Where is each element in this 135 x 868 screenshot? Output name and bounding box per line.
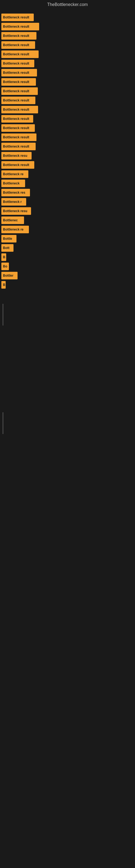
bar-label: Bottleneck res	[3, 191, 26, 194]
bottleneck-bar: Bottleneck result	[1, 133, 37, 141]
bar-row: B	[0, 253, 135, 261]
bar-row: Bottleneck re	[0, 226, 135, 233]
bar-label: Bottleneck r	[3, 200, 21, 204]
bottleneck-bar: Bottle	[1, 235, 16, 243]
bar-row: Bottleneck result	[0, 161, 135, 169]
bar-row: Bottleneck result	[0, 51, 135, 58]
bottleneck-bar: Bottleneck re	[1, 170, 28, 178]
bar-row: Bottleneck result	[0, 115, 135, 123]
bar-row: Bottleneck result	[0, 23, 135, 30]
site-title: TheBottlenecker.com	[0, 0, 135, 9]
bottleneck-bar: Bottleneck result	[1, 87, 38, 95]
bar-row: Bottleneck re	[0, 170, 135, 178]
vertical-line-2	[3, 412, 3, 434]
bottleneck-bar: B	[1, 253, 6, 261]
bar-row: B	[0, 281, 135, 289]
bar-label: Bottleneck result	[3, 145, 29, 148]
bar-label: Bottleneck re	[3, 172, 24, 176]
bottleneck-bar: Bottleneck r	[1, 198, 26, 206]
bar-label: Bottleneck result	[3, 108, 29, 112]
bar-label: B	[3, 255, 5, 259]
bottleneck-bar: Bottleneck result	[1, 143, 36, 150]
bar-row: Bottleneck result	[0, 32, 135, 40]
vertical-line-1	[3, 304, 3, 326]
bar-row: Bott	[0, 244, 135, 252]
bar-label: Bottleneck result	[3, 126, 29, 130]
bottleneck-bar: Bottleneck result	[1, 97, 35, 104]
bar-label: Bottleneck result	[3, 62, 29, 65]
bottleneck-bar: Bo	[1, 262, 9, 270]
bar-row: Bottleneck result	[0, 78, 135, 86]
bar-label: Bottleneck result	[3, 80, 29, 84]
bar-row: Bottleneck resu	[0, 207, 135, 215]
bottleneck-bar: Bottleneck result	[1, 41, 35, 49]
bottleneck-bar: Bottleneck result	[1, 106, 38, 113]
bar-row: Bottleneck result	[0, 13, 135, 21]
bottleneck-bar: Bottleneck result	[1, 78, 36, 86]
bar-row: Bottlenec	[0, 216, 135, 224]
bar-label: Bottle	[3, 237, 12, 241]
bar-label: Bottleneck result	[3, 71, 29, 74]
bar-row: Bottleneck result	[0, 69, 135, 76]
bar-label: Bottleneck result	[3, 43, 29, 47]
bar-label: Bottler	[3, 274, 13, 278]
bottleneck-bar: Bottleneck result	[1, 69, 37, 76]
spacer-1	[0, 290, 135, 399]
bottleneck-bar: Bottlenec	[1, 216, 24, 224]
bottleneck-bar: Bottleneck	[1, 180, 25, 187]
bar-row: Bottleneck result	[0, 106, 135, 113]
bar-label: Bottlenec	[3, 218, 18, 222]
bar-row: Bo	[0, 262, 135, 270]
bar-label: Bottleneck resu	[3, 154, 27, 158]
bottleneck-bar: Bottleneck resu	[1, 207, 31, 215]
bar-label: Bottleneck result	[3, 117, 29, 121]
bar-row: Bottleneck result	[0, 60, 135, 67]
bottleneck-bar: Bottleneck result	[1, 115, 33, 123]
bottleneck-bar: Bottleneck re	[1, 226, 29, 233]
spacer-2	[0, 399, 135, 507]
bar-label: Bottleneck result	[3, 163, 29, 167]
bar-row: Bottleneck result	[0, 143, 135, 150]
bar-label: B	[3, 283, 5, 287]
bottleneck-bar: Bottleneck result	[1, 60, 34, 67]
bar-row: Bottleneck r	[0, 198, 135, 206]
bar-row: Bottleneck result	[0, 124, 135, 132]
bar-row: Bottle	[0, 235, 135, 243]
bottleneck-bar: Bottleneck resu	[1, 152, 32, 159]
bar-label: Bottleneck resu	[3, 209, 27, 213]
bottleneck-bar: Bottler	[1, 272, 17, 279]
bar-label: Bottleneck result	[3, 89, 29, 93]
bottleneck-bar: B	[1, 281, 6, 289]
bars-container: Bottleneck resultBottleneck resultBottle…	[0, 9, 135, 510]
bar-label: Bottleneck result	[3, 16, 29, 19]
bar-label: Bottleneck result	[3, 52, 29, 56]
bottleneck-bar: Bottleneck result	[1, 161, 34, 169]
bottleneck-bar: Bottleneck result	[1, 124, 35, 132]
site-title-text: TheBottlenecker.com	[47, 2, 88, 7]
bottleneck-bar: Bottleneck result	[1, 13, 34, 21]
bar-label: Bottleneck	[3, 182, 19, 185]
bottleneck-bar: Bottleneck result	[1, 51, 39, 58]
bar-row: Bottleneck	[0, 180, 135, 187]
bar-label: Bottleneck re	[3, 227, 24, 231]
bar-label: Bott	[3, 246, 9, 250]
bottleneck-bar: Bottleneck res	[1, 189, 30, 196]
bar-row: Bottler	[0, 272, 135, 279]
bottleneck-bar: Bottleneck result	[1, 23, 39, 30]
bar-label: Bo	[3, 265, 7, 268]
bottleneck-bar: Bottleneck result	[1, 32, 37, 40]
bar-row: Bottleneck result	[0, 133, 135, 141]
bar-label: Bottleneck result	[3, 135, 29, 139]
bar-row: Bottleneck result	[0, 87, 135, 95]
bar-row: Bottleneck result	[0, 41, 135, 49]
bar-row: Bottleneck res	[0, 189, 135, 196]
bar-label: Bottleneck result	[3, 25, 29, 29]
bar-row: Bottleneck result	[0, 97, 135, 104]
bottleneck-bar: Bott	[1, 244, 13, 252]
bar-row: Bottleneck resu	[0, 152, 135, 159]
bar-label: Bottleneck result	[3, 98, 29, 102]
bar-label: Bottleneck result	[3, 34, 29, 38]
